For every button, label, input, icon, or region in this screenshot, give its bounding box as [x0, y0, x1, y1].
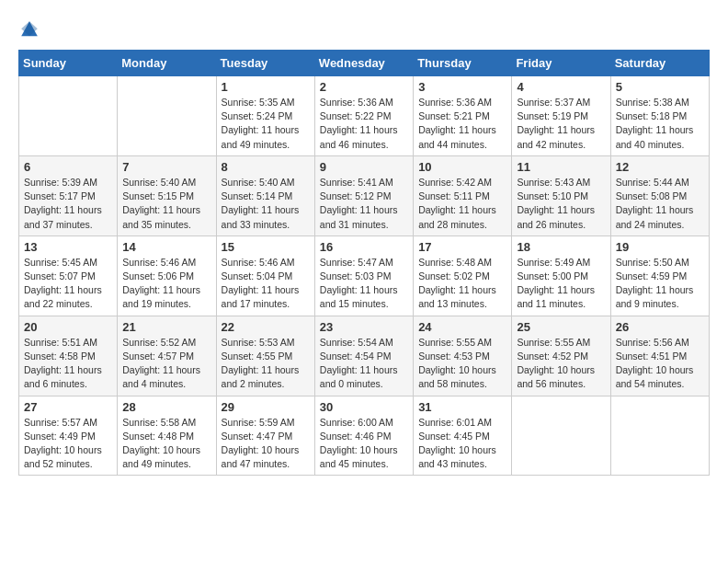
- calendar-cell: 18Sunrise: 5:49 AM Sunset: 5:00 PM Dayli…: [512, 236, 610, 316]
- calendar-cell: 21Sunrise: 5:52 AM Sunset: 4:57 PM Dayli…: [118, 316, 216, 396]
- calendar-cell: 13Sunrise: 5:45 AM Sunset: 5:07 PM Dayli…: [19, 236, 118, 316]
- calendar-cell: 31Sunrise: 6:01 AM Sunset: 4:45 PM Dayli…: [414, 396, 512, 476]
- calendar-table: SundayMondayTuesdayWednesdayThursdayFrid…: [18, 50, 710, 476]
- day-number: 31: [418, 400, 506, 414]
- day-info: Sunrise: 5:51 AM Sunset: 4:58 PM Dayligh…: [24, 336, 112, 392]
- calendar-cell: 10Sunrise: 5:42 AM Sunset: 5:11 PM Dayli…: [414, 155, 512, 236]
- day-info: Sunrise: 5:36 AM Sunset: 5:21 PM Dayligh…: [418, 96, 506, 152]
- day-info: Sunrise: 5:55 AM Sunset: 4:53 PM Dayligh…: [418, 336, 506, 392]
- day-number: 30: [320, 400, 408, 414]
- day-info: Sunrise: 5:49 AM Sunset: 5:00 PM Dayligh…: [517, 256, 605, 312]
- weekday-header: Friday: [512, 51, 610, 76]
- day-number: 23: [320, 320, 408, 334]
- day-number: 14: [122, 240, 210, 254]
- day-info: Sunrise: 5:39 AM Sunset: 5:17 PM Dayligh…: [24, 176, 112, 232]
- day-info: Sunrise: 5:40 AM Sunset: 5:14 PM Dayligh…: [222, 176, 310, 232]
- calendar-cell: [118, 76, 216, 156]
- calendar-week-row: 13Sunrise: 5:45 AM Sunset: 5:07 PM Dayli…: [19, 236, 710, 316]
- day-info: Sunrise: 5:54 AM Sunset: 4:54 PM Dayligh…: [320, 336, 408, 392]
- day-info: Sunrise: 5:46 AM Sunset: 5:06 PM Dayligh…: [122, 256, 210, 312]
- day-info: Sunrise: 5:43 AM Sunset: 5:10 PM Dayligh…: [517, 176, 605, 232]
- day-number: 4: [517, 80, 605, 94]
- calendar-cell: 6Sunrise: 5:39 AM Sunset: 5:17 PM Daylig…: [19, 155, 118, 236]
- calendar-cell: 24Sunrise: 5:55 AM Sunset: 4:53 PM Dayli…: [414, 316, 512, 396]
- day-number: 18: [517, 240, 605, 254]
- day-number: 26: [616, 320, 704, 334]
- calendar-week-row: 6Sunrise: 5:39 AM Sunset: 5:17 PM Daylig…: [19, 155, 710, 236]
- calendar-cell: 25Sunrise: 5:55 AM Sunset: 4:52 PM Dayli…: [512, 316, 610, 396]
- calendar-cell: 1Sunrise: 5:35 AM Sunset: 5:24 PM Daylig…: [216, 76, 314, 156]
- day-number: 21: [122, 320, 210, 334]
- calendar-cell: 8Sunrise: 5:40 AM Sunset: 5:14 PM Daylig…: [216, 155, 314, 236]
- day-number: 3: [418, 80, 506, 94]
- day-info: Sunrise: 5:50 AM Sunset: 4:59 PM Dayligh…: [616, 256, 704, 312]
- calendar-cell: 26Sunrise: 5:56 AM Sunset: 4:51 PM Dayli…: [610, 316, 709, 396]
- calendar-cell: 30Sunrise: 6:00 AM Sunset: 4:46 PM Dayli…: [314, 396, 413, 476]
- day-number: 20: [24, 320, 112, 334]
- page-header: [18, 18, 710, 40]
- day-info: Sunrise: 5:53 AM Sunset: 4:55 PM Dayligh…: [222, 336, 310, 392]
- day-number: 12: [616, 160, 704, 174]
- calendar-cell: 29Sunrise: 5:59 AM Sunset: 4:47 PM Dayli…: [216, 396, 314, 476]
- day-number: 16: [320, 240, 408, 254]
- day-info: Sunrise: 5:45 AM Sunset: 5:07 PM Dayligh…: [24, 256, 112, 312]
- day-number: 11: [517, 160, 605, 174]
- day-info: Sunrise: 5:59 AM Sunset: 4:47 PM Dayligh…: [222, 416, 310, 472]
- day-info: Sunrise: 5:47 AM Sunset: 5:03 PM Dayligh…: [320, 256, 408, 312]
- calendar-week-row: 27Sunrise: 5:57 AM Sunset: 4:49 PM Dayli…: [19, 396, 710, 476]
- day-info: Sunrise: 5:56 AM Sunset: 4:51 PM Dayligh…: [616, 336, 704, 392]
- day-info: Sunrise: 5:42 AM Sunset: 5:11 PM Dayligh…: [418, 176, 506, 232]
- day-info: Sunrise: 5:40 AM Sunset: 5:15 PM Dayligh…: [122, 176, 210, 232]
- weekday-header: Sunday: [19, 51, 118, 76]
- calendar-cell: 11Sunrise: 5:43 AM Sunset: 5:10 PM Dayli…: [512, 155, 610, 236]
- logo-icon: [18, 18, 40, 40]
- day-number: 25: [517, 320, 605, 334]
- weekday-header: Monday: [118, 51, 216, 76]
- logo: [18, 18, 44, 40]
- day-info: Sunrise: 5:37 AM Sunset: 5:19 PM Dayligh…: [517, 96, 605, 152]
- calendar-cell: [19, 76, 118, 156]
- day-number: 24: [418, 320, 506, 334]
- calendar-cell: 27Sunrise: 5:57 AM Sunset: 4:49 PM Dayli…: [19, 396, 118, 476]
- day-info: Sunrise: 5:41 AM Sunset: 5:12 PM Dayligh…: [320, 176, 408, 232]
- weekday-header: Tuesday: [216, 51, 314, 76]
- day-info: Sunrise: 5:46 AM Sunset: 5:04 PM Dayligh…: [222, 256, 310, 312]
- day-info: Sunrise: 5:52 AM Sunset: 4:57 PM Dayligh…: [122, 336, 210, 392]
- day-info: Sunrise: 5:44 AM Sunset: 5:08 PM Dayligh…: [616, 176, 704, 232]
- day-number: 10: [418, 160, 506, 174]
- calendar-cell: 7Sunrise: 5:40 AM Sunset: 5:15 PM Daylig…: [118, 155, 216, 236]
- day-number: 1: [222, 80, 310, 94]
- day-info: Sunrise: 6:00 AM Sunset: 4:46 PM Dayligh…: [320, 416, 408, 472]
- day-info: Sunrise: 5:35 AM Sunset: 5:24 PM Dayligh…: [222, 96, 310, 152]
- weekday-header: Thursday: [414, 51, 512, 76]
- day-number: 29: [222, 400, 310, 414]
- calendar-cell: 19Sunrise: 5:50 AM Sunset: 4:59 PM Dayli…: [610, 236, 709, 316]
- calendar-cell: 4Sunrise: 5:37 AM Sunset: 5:19 PM Daylig…: [512, 76, 610, 156]
- day-number: 28: [122, 400, 210, 414]
- day-number: 17: [418, 240, 506, 254]
- day-number: 6: [24, 160, 112, 174]
- day-number: 8: [222, 160, 310, 174]
- day-number: 9: [320, 160, 408, 174]
- day-number: 19: [616, 240, 704, 254]
- weekday-header: Saturday: [610, 51, 709, 76]
- day-number: 15: [222, 240, 310, 254]
- day-info: Sunrise: 5:55 AM Sunset: 4:52 PM Dayligh…: [517, 336, 605, 392]
- calendar-cell: 14Sunrise: 5:46 AM Sunset: 5:06 PM Dayli…: [118, 236, 216, 316]
- calendar-cell: [610, 396, 709, 476]
- day-number: 2: [320, 80, 408, 94]
- calendar-cell: 16Sunrise: 5:47 AM Sunset: 5:03 PM Dayli…: [314, 236, 413, 316]
- day-info: Sunrise: 5:36 AM Sunset: 5:22 PM Dayligh…: [320, 96, 408, 152]
- day-number: 7: [122, 160, 210, 174]
- day-info: Sunrise: 5:48 AM Sunset: 5:02 PM Dayligh…: [418, 256, 506, 312]
- calendar-cell: 17Sunrise: 5:48 AM Sunset: 5:02 PM Dayli…: [414, 236, 512, 316]
- day-number: 22: [222, 320, 310, 334]
- day-number: 5: [616, 80, 704, 94]
- calendar-cell: 23Sunrise: 5:54 AM Sunset: 4:54 PM Dayli…: [314, 316, 413, 396]
- calendar-cell: 22Sunrise: 5:53 AM Sunset: 4:55 PM Dayli…: [216, 316, 314, 396]
- calendar-cell: 20Sunrise: 5:51 AM Sunset: 4:58 PM Dayli…: [19, 316, 118, 396]
- weekday-header: Wednesday: [314, 51, 413, 76]
- calendar-cell: 5Sunrise: 5:38 AM Sunset: 5:18 PM Daylig…: [610, 76, 709, 156]
- calendar-week-row: 1Sunrise: 5:35 AM Sunset: 5:24 PM Daylig…: [19, 76, 710, 156]
- day-number: 27: [24, 400, 112, 414]
